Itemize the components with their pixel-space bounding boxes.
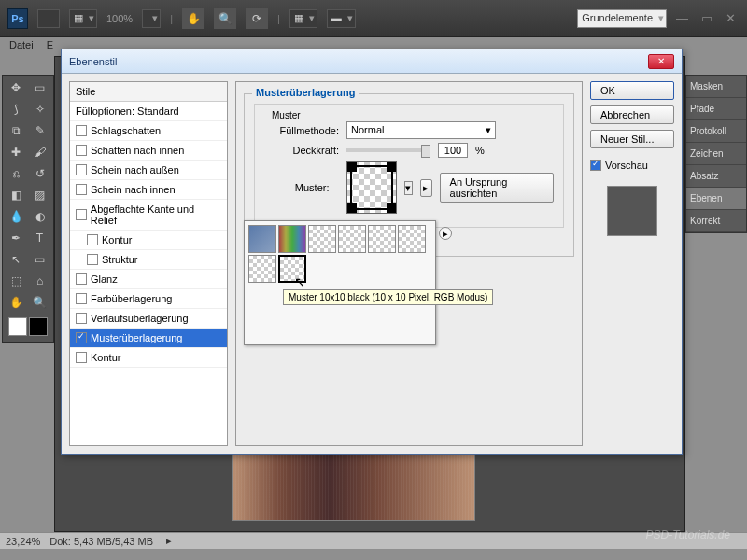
watermark: PSD-Tutorials.de [646, 528, 730, 541]
eyedrop-tool[interactable]: ✎ [29, 120, 51, 141]
right-panels: Masken Pfade Protokoll Zeichen Absatz Eb… [685, 75, 747, 233]
screen-dropdown[interactable]: ▬ [327, 9, 356, 28]
app-icon: Ps [7, 8, 28, 29]
blend-dropdown[interactable]: Normal▾ [346, 121, 496, 139]
panel-history[interactable]: Protokoll [686, 120, 746, 143]
panel-adjust[interactable]: Korrekt [686, 210, 746, 232]
preview-label: Vorschau [605, 160, 648, 171]
style-schatten-innen[interactable]: Schatten nach innen [70, 141, 227, 161]
marquee-tool[interactable]: ▭ [29, 77, 51, 98]
ok-button[interactable]: OK [590, 81, 674, 100]
new-pattern-button[interactable]: ▸ [420, 179, 432, 197]
statusbar: 23,24% Dok: 5,43 MB/5,43 MB ▸ [0, 532, 747, 549]
3d-tool[interactable]: ⬚ [5, 271, 27, 291]
dodge-tool[interactable]: ◐ [29, 206, 51, 227]
close-icon[interactable]: ✕ [722, 11, 740, 25]
panel-masks[interactable]: Masken [686, 76, 746, 98]
style-farb[interactable]: Farbüberlagerung [70, 289, 227, 309]
styles-list: Stile Fülloptionen: Standard Schlagschat… [69, 81, 228, 446]
brush-tool[interactable]: 🖌 [29, 142, 51, 162]
rotate-icon[interactable]: ⟳ [246, 8, 268, 29]
app-topbar: Ps ▦ 100% | ✋ 🔍 ⟳ | ▦ ▬ Grundelemente — … [0, 0, 747, 37]
lasso-tool[interactable]: ⟆ [5, 99, 27, 119]
pattern-dropdown[interactable]: ▾ [404, 181, 413, 195]
opacity-label: Deckkraft: [264, 145, 339, 156]
camera-tool[interactable]: ⌂ [29, 271, 51, 291]
opacity-input[interactable]: 100 [438, 143, 468, 158]
zoom-tool[interactable]: 🔍 [29, 292, 51, 313]
group-sub: Muster [268, 110, 304, 120]
styles-header: Stile [70, 82, 227, 102]
view-dropdown[interactable]: ▦ [69, 9, 97, 28]
new-style-button[interactable]: Neuer Stil... [590, 130, 674, 148]
pattern-swatch[interactable] [248, 255, 276, 283]
fg-swatch[interactable] [8, 317, 27, 336]
menu-file[interactable]: Datei [9, 39, 34, 54]
style-schlagschatten[interactable]: Schlagschatten [70, 121, 227, 141]
popup-menu-button[interactable]: ▸ [439, 227, 452, 240]
arrange-dropdown[interactable]: ▦ [289, 9, 317, 28]
move-tool[interactable]: ✥ [5, 77, 27, 98]
heal-tool[interactable]: ✚ [5, 142, 27, 162]
shape-tool[interactable]: ▭ [29, 249, 51, 270]
pattern-swatch[interactable] [398, 225, 426, 253]
dialog-close-button[interactable]: ✕ [648, 54, 674, 69]
gradient-tool[interactable]: ▨ [29, 185, 51, 205]
crop-tool[interactable]: ⧉ [5, 120, 27, 141]
panel-char[interactable]: Zeichen [686, 143, 746, 165]
style-kontur-sub[interactable]: Kontur [70, 231, 227, 250]
panel-para[interactable]: Absatz [686, 165, 746, 188]
style-schein-aussen[interactable]: Schein nach außen [70, 161, 227, 180]
pattern-label: Muster: [264, 182, 330, 193]
status-zoom[interactable]: 23,24% [6, 536, 40, 547]
preview-checkbox[interactable] [590, 160, 601, 171]
pattern-picker-popup: ▸ [244, 220, 436, 345]
blend-label: Füllmethode: [264, 125, 339, 136]
opacity-slider[interactable] [346, 148, 430, 152]
style-glanz[interactable]: Glanz [70, 270, 227, 289]
pattern-swatch[interactable] [368, 225, 396, 253]
zoom-icon[interactable]: 🔍 [214, 8, 236, 29]
wand-tool[interactable]: ✧ [29, 99, 51, 119]
cancel-button[interactable]: Abbrechen [590, 105, 674, 124]
pattern-swatch[interactable] [278, 225, 306, 253]
menu-edit[interactable]: E [47, 39, 53, 54]
zoom-level: 100% [106, 13, 133, 24]
snap-origin-button[interactable]: An Ursprung ausrichten [440, 173, 554, 203]
bridge-button[interactable] [37, 9, 60, 28]
eraser-tool[interactable]: ◧ [5, 185, 27, 205]
style-kontur[interactable]: Kontur [70, 348, 227, 368]
panel-layers[interactable]: Ebenen [686, 188, 746, 210]
fill-options[interactable]: Fülloptionen: Standard [70, 102, 227, 121]
style-muster[interactable]: Musterüberlagerung [70, 329, 227, 348]
restore-icon[interactable]: ▭ [698, 11, 716, 25]
style-bevel[interactable]: Abgeflachte Kante und Relief [70, 200, 227, 231]
pattern-swatch[interactable] [338, 225, 366, 253]
style-schein-innen[interactable]: Schein nach innen [70, 180, 227, 200]
hand-icon[interactable]: ✋ [182, 8, 204, 29]
workspace-dropdown[interactable]: Grundelemente [577, 9, 667, 28]
style-struktur[interactable]: Struktur [70, 250, 227, 270]
group-title: Musterüberlagerung [252, 87, 359, 98]
pattern-preview[interactable] [346, 161, 397, 214]
pattern-swatch-selected[interactable] [278, 255, 306, 283]
hand-tool[interactable]: ✋ [5, 292, 27, 313]
pen-tool[interactable]: ✒ [5, 228, 27, 248]
stamp-tool[interactable]: ⎌ [5, 163, 27, 184]
panel-paths[interactable]: Pfade [686, 98, 746, 120]
history-tool[interactable]: ↺ [29, 163, 51, 184]
pattern-swatch[interactable] [308, 225, 336, 253]
style-verlauf[interactable]: Verlaufsüberlagerung [70, 309, 227, 329]
path-tool[interactable]: ↖ [5, 249, 27, 270]
tools-panel: ✥▭ ⟆✧ ⧉✎ ✚🖌 ⎌↺ ◧▨ 💧◐ ✒T ↖▭ ⬚⌂ ✋🔍 [2, 75, 54, 343]
minimize-icon[interactable]: — [672, 11, 692, 25]
layer-style-dialog: Ebenenstil ✕ Stile Fülloptionen: Standar… [61, 49, 683, 455]
status-doc: Dok: 5,43 MB/5,43 MB [49, 536, 153, 547]
type-tool[interactable]: T [29, 228, 51, 248]
document-image [232, 453, 475, 521]
bg-swatch[interactable] [29, 317, 48, 336]
dialog-titlebar: Ebenenstil ✕ [62, 49, 682, 74]
zoom-dropdown[interactable] [142, 9, 161, 28]
pattern-swatch[interactable] [248, 225, 276, 253]
blur-tool[interactable]: 💧 [5, 206, 27, 227]
